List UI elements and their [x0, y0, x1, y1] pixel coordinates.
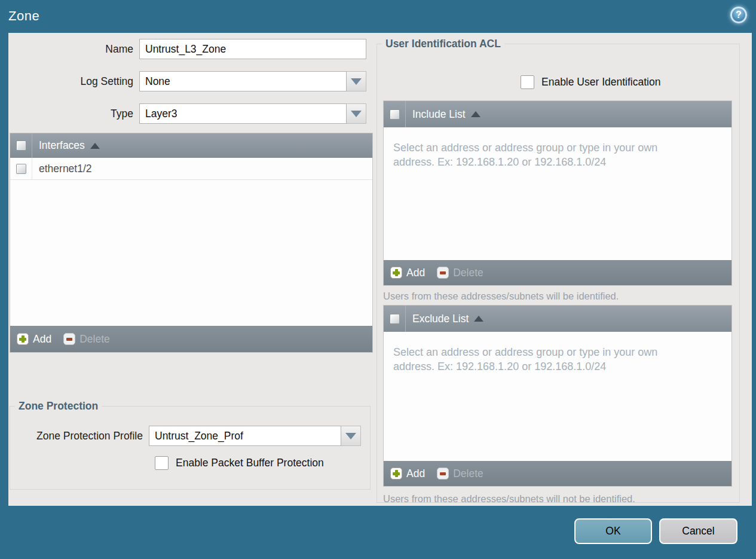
- zone-protection-profile-row: Zone Protection Profile: [10, 426, 361, 446]
- interfaces-table-body: ethernet1/2: [10, 158, 372, 326]
- exclude-list-select-all-checkbox[interactable]: [390, 314, 400, 324]
- plus-icon: [17, 333, 29, 345]
- include-list-table: Include List Select an address or addres…: [383, 100, 732, 286]
- log-setting-label: Log Setting: [8, 75, 139, 88]
- dialog-title: Zone: [8, 8, 39, 24]
- enable-user-identification-row: Enable User Identification: [521, 75, 660, 89]
- include-delete-button[interactable]: Delete: [437, 267, 483, 279]
- add-button[interactable]: Add: [17, 333, 51, 346]
- zone-protection-profile-dropdown-button[interactable]: [341, 426, 361, 446]
- packet-buffer-protection-checkbox[interactable]: [155, 456, 169, 470]
- exclude-delete-button-label: Delete: [453, 468, 483, 480]
- log-setting-input[interactable]: [139, 71, 347, 91]
- sort-ascending-icon: [474, 316, 483, 322]
- cancel-button[interactable]: Cancel: [659, 518, 737, 544]
- exclude-add-button-label: Add: [406, 468, 425, 480]
- interface-name: ethernet1/2: [32, 163, 92, 175]
- log-setting-dropdown-button[interactable]: [347, 71, 366, 91]
- include-list-footer: Add Delete: [384, 260, 731, 285]
- plus-icon: [390, 267, 402, 279]
- packet-buffer-protection-label: Enable Packet Buffer Protection: [176, 457, 324, 469]
- type-field-row: Type: [8, 103, 366, 124]
- name-field-row: Name: [8, 39, 366, 59]
- include-list-header[interactable]: Include List: [384, 101, 731, 127]
- exclude-list-footer: Add Delete: [384, 461, 731, 486]
- exclude-list-table: Exclude List Select an address or addres…: [383, 305, 732, 487]
- user-identification-acl-group: User Identification ACL Enable User Iden…: [377, 38, 740, 503]
- minus-icon: [437, 267, 449, 279]
- interface-row-checkbox-cell: [10, 158, 32, 179]
- minus-icon: [437, 468, 449, 479]
- delete-button[interactable]: Delete: [63, 333, 110, 346]
- exclude-delete-button[interactable]: Delete: [437, 468, 483, 480]
- name-input[interactable]: [139, 39, 366, 59]
- chevron-down-icon: [345, 433, 356, 439]
- delete-button-label: Delete: [79, 333, 110, 346]
- packet-buffer-protection-row: Enable Packet Buffer Protection: [155, 456, 324, 470]
- type-label: Type: [8, 108, 139, 120]
- help-icon[interactable]: ?: [730, 7, 747, 23]
- include-list-header-checkbox-cell: [384, 101, 406, 127]
- include-add-button[interactable]: Add: [390, 267, 425, 279]
- exclude-list-header-checkbox-cell: [384, 306, 406, 332]
- zone-protection-profile-input[interactable]: [149, 426, 341, 446]
- plus-icon: [390, 468, 402, 479]
- log-setting-field-row: Log Setting: [8, 71, 366, 91]
- interfaces-table-header[interactable]: Interfaces: [10, 133, 372, 158]
- include-list-header-label: Include List: [412, 108, 466, 121]
- help-icon-glyph: ?: [736, 10, 742, 20]
- exclude-list-header[interactable]: Exclude List: [384, 306, 731, 332]
- chevron-down-icon: [351, 111, 362, 117]
- zone-protection-group: Zone Protection Zone Protection Profile …: [10, 400, 371, 490]
- interfaces-select-all-checkbox[interactable]: [16, 140, 26, 151]
- exclude-add-button[interactable]: Add: [390, 468, 425, 480]
- include-delete-button-label: Delete: [453, 267, 483, 279]
- zone-protection-legend: Zone Protection: [15, 400, 102, 413]
- minus-icon: [63, 333, 75, 345]
- sort-ascending-icon: [471, 111, 480, 117]
- type-input[interactable]: [139, 103, 347, 124]
- name-label: Name: [8, 43, 139, 56]
- include-list-placeholder: Select an address or address group or ty…: [384, 127, 700, 170]
- include-list-body[interactable]: Select an address or address group or ty…: [384, 127, 731, 260]
- ok-button[interactable]: OK: [574, 518, 652, 544]
- add-button-label: Add: [33, 333, 51, 346]
- exclude-list-body[interactable]: Select an address or address group or ty…: [384, 332, 731, 461]
- interfaces-table: Interfaces ethernet1/2 Add Delete: [10, 133, 373, 353]
- enable-user-identification-checkbox[interactable]: [521, 75, 534, 89]
- enable-user-identification-label: Enable User Identification: [541, 76, 660, 88]
- include-list-select-all-checkbox[interactable]: [390, 109, 400, 120]
- exclude-list-hint: Users from these addresses/subnets will …: [383, 493, 635, 505]
- exclude-list-header-label: Exclude List: [412, 313, 469, 325]
- include-add-button-label: Add: [406, 267, 425, 279]
- table-row[interactable]: ethernet1/2: [10, 158, 372, 180]
- zone-protection-profile-label: Zone Protection Profile: [10, 430, 149, 442]
- include-list-hint: Users from these addresses/subnets will …: [383, 291, 619, 302]
- interfaces-header-label: Interfaces: [39, 139, 85, 152]
- interfaces-header-checkbox-cell: [10, 133, 32, 158]
- chevron-down-icon: [351, 78, 362, 85]
- dialog-body: Name Log Setting Type Interfaces: [8, 33, 752, 506]
- interfaces-table-footer: Add Delete: [10, 326, 372, 352]
- sort-ascending-icon: [90, 143, 100, 149]
- exclude-list-placeholder: Select an address or address group or ty…: [384, 332, 700, 374]
- type-dropdown-button[interactable]: [347, 103, 366, 124]
- interface-row-checkbox[interactable]: [16, 164, 26, 174]
- user-identification-acl-legend: User Identification ACL: [382, 38, 504, 50]
